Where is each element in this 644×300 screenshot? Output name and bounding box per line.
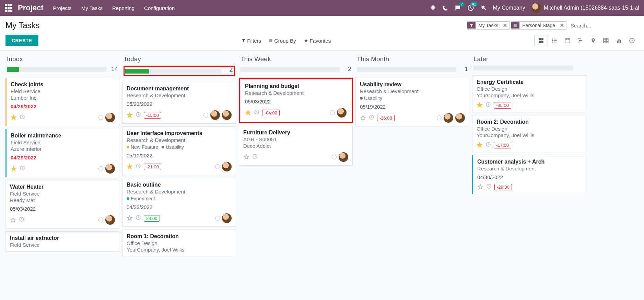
star-icon[interactable]: [360, 115, 366, 121]
task-card[interactable]: Basic outlineResearch & DevelopmentExper…: [122, 178, 236, 227]
status-circle[interactable]: [203, 113, 208, 118]
clock-icon[interactable]: [252, 154, 258, 160]
filters-dropdown[interactable]: Filters: [242, 38, 261, 44]
assignee-avatar-icon[interactable]: [337, 108, 347, 118]
clock-icon[interactable]: [136, 215, 141, 222]
task-card[interactable]: Furniture DeliveryAGR - S00051Deco Addic…: [239, 126, 353, 166]
star-icon[interactable]: [477, 184, 483, 190]
user-menu[interactable]: Mitchell Admin (15026884-saas-15-1-al: [531, 3, 639, 13]
task-card[interactable]: Energy CertificateOffice DesignYourCompa…: [472, 75, 586, 112]
nav-configuration[interactable]: Configuration: [144, 5, 175, 11]
assignee-avatar-icon[interactable]: [222, 213, 232, 223]
view-gantt-icon[interactable]: [574, 35, 587, 46]
clock-icon[interactable]: [486, 184, 492, 190]
search-input[interactable]: [568, 21, 639, 30]
task-card[interactable]: Customer analysis + ArchResearch & Devel…: [472, 155, 586, 194]
clock-icon[interactable]: [369, 114, 374, 121]
apps-launcher-icon[interactable]: [5, 4, 12, 12]
task-card[interactable]: Install air extractorField Service: [5, 231, 119, 252]
clock-icon[interactable]: [136, 112, 141, 119]
assignee-avatar-icon[interactable]: [210, 110, 220, 120]
tools-icon[interactable]: [480, 5, 487, 11]
messages-icon[interactable]: 7: [454, 4, 461, 11]
column-title[interactable]: Inbox: [7, 55, 118, 63]
assignee-avatar-icon[interactable]: [105, 113, 115, 122]
star-icon[interactable]: [127, 112, 133, 118]
facet-remove[interactable]: ✕: [501, 23, 509, 28]
assignee-avatar-icon[interactable]: [444, 113, 453, 123]
task-card[interactable]: User interface improvementsResearch & De…: [122, 126, 236, 175]
company-name[interactable]: My Company: [493, 5, 525, 11]
clock-icon[interactable]: [485, 102, 491, 109]
phone-icon[interactable]: [442, 5, 448, 11]
star-icon[interactable]: [10, 217, 16, 223]
status-circle[interactable]: [215, 164, 220, 169]
activities-icon[interactable]: 41: [467, 4, 474, 11]
view-graph-icon[interactable]: [612, 35, 625, 46]
clock-icon[interactable]: [254, 109, 259, 116]
assignee-avatar-icon[interactable]: [222, 110, 232, 120]
view-map-icon[interactable]: [587, 36, 599, 45]
app-title[interactable]: Project: [18, 3, 44, 12]
star-icon[interactable]: [11, 114, 17, 121]
assignee-avatar-icon[interactable]: [339, 152, 348, 162]
clock-icon[interactable]: [136, 163, 141, 170]
star-icon[interactable]: [245, 110, 251, 116]
groupby-dropdown[interactable]: Group By: [269, 38, 296, 44]
status-circle[interactable]: [215, 216, 220, 221]
star-icon[interactable]: [127, 164, 133, 170]
task-card[interactable]: Planning and budgetResearch & Developmen…: [241, 79, 351, 121]
task-card[interactable]: Room 1: DecorationOffice DesignYourCompa…: [122, 230, 236, 256]
column-progress[interactable]: [240, 67, 340, 72]
star-icon[interactable]: [127, 215, 133, 221]
star-icon[interactable]: [477, 142, 483, 148]
card-tags: Usability: [360, 96, 465, 101]
column-progress[interactable]: [125, 69, 221, 74]
status-circle[interactable]: [98, 218, 103, 222]
status-circle[interactable]: [332, 155, 337, 159]
create-button[interactable]: CREATE: [5, 35, 38, 46]
status-circle[interactable]: [330, 110, 335, 115]
star-icon[interactable]: [243, 154, 249, 160]
status-circle[interactable]: [98, 115, 103, 120]
column-progress[interactable]: [473, 66, 573, 70]
view-list-icon[interactable]: [548, 35, 561, 46]
assignee-avatar-icon[interactable]: [455, 113, 465, 123]
view-activity-icon[interactable]: [625, 35, 639, 46]
task-card[interactable]: Check jointsField ServiceLumber Inc04/29…: [5, 78, 119, 126]
column-title[interactable]: Later: [473, 55, 585, 63]
view-kanban-icon[interactable]: [534, 35, 548, 46]
nav-reporting[interactable]: Reporting: [112, 5, 134, 11]
nav-projects[interactable]: Projects: [53, 5, 72, 11]
view-calendar-icon[interactable]: [561, 35, 574, 46]
column-title[interactable]: This Week: [240, 55, 351, 63]
assignee-avatar-icon[interactable]: [105, 164, 115, 174]
favorites-dropdown[interactable]: Favorites: [304, 38, 331, 44]
column-title[interactable]: This Month: [357, 55, 468, 63]
star-icon[interactable]: [11, 166, 17, 172]
task-card[interactable]: Boiler maintenanceField ServiceAzure Int…: [5, 129, 119, 177]
clock-icon[interactable]: [20, 165, 25, 172]
task-card[interactable]: Usability reviewResearch & DevelopmentUs…: [355, 78, 469, 126]
task-card[interactable]: Room 2: DecorationOffice DesignYourCompa…: [472, 115, 586, 152]
assignee-avatar-icon[interactable]: [222, 162, 232, 171]
column-progress[interactable]: [357, 67, 456, 72]
status-circle[interactable]: [98, 166, 103, 171]
nav-my-tasks[interactable]: My Tasks: [81, 5, 103, 11]
clock-icon[interactable]: [485, 142, 491, 148]
task-card[interactable]: Document managementResearch & Developmen…: [122, 82, 236, 124]
svg-rect-16: [617, 41, 618, 43]
status-circle[interactable]: [437, 115, 442, 120]
column-progress[interactable]: [7, 67, 106, 72]
column-title[interactable]: Today: [124, 55, 235, 63]
star-icon[interactable]: [477, 102, 483, 108]
card-footer: -29:00: [477, 184, 582, 190]
clock-icon[interactable]: [20, 114, 25, 121]
clock-icon[interactable]: [19, 216, 24, 223]
task-card[interactable]: Water HeaterField ServiceReady Mat05/03/…: [5, 180, 119, 229]
assignee-avatar-icon[interactable]: [105, 215, 115, 225]
view-pivot-icon[interactable]: [599, 35, 612, 46]
facet-remove[interactable]: ✕: [558, 23, 566, 28]
card-title: Customer analysis + Arch: [477, 159, 582, 165]
bug-icon[interactable]: [430, 5, 436, 11]
